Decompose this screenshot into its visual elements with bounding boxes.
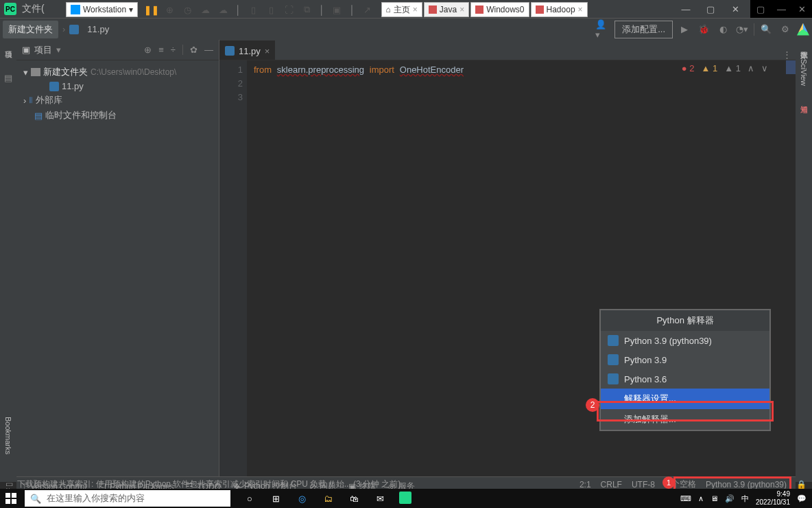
minimap-indicator[interactable] <box>786 60 796 74</box>
popup-item-py39[interactable]: Python 3.9 <box>601 350 769 369</box>
learn-icon[interactable] <box>797 23 809 36</box>
locate-icon[interactable]: ⊕ <box>144 45 152 55</box>
tray-clock[interactable]: 9:49 2022/10/31 <box>756 490 790 507</box>
editor-more-icon[interactable]: ⋮ <box>783 49 791 60</box>
window-maximize-icon[interactable]: ▢ <box>701 0 720 18</box>
code-keyword: from <box>254 65 272 75</box>
tray-speaker-icon[interactable]: 🔊 <box>725 494 735 503</box>
run-icon[interactable]: ▶ <box>677 22 692 37</box>
vm-unity-icon[interactable]: ⧉ <box>301 4 312 15</box>
vm-pause-icon[interactable]: ❚❚ <box>146 4 157 15</box>
tool-bookmarks[interactable]: Bookmarks <box>4 417 12 454</box>
start-button[interactable] <box>0 493 22 504</box>
status-lock-icon[interactable]: 🔒 <box>796 480 807 489</box>
vm-export-icon[interactable]: ↗ <box>362 4 373 15</box>
popup-item-add[interactable]: 添加解释器... <box>601 409 769 430</box>
breadcrumb-file[interactable]: 11.py <box>83 23 113 36</box>
close-tab-icon[interactable]: × <box>265 46 270 56</box>
expand-icon[interactable]: ≡ <box>158 45 164 55</box>
taskbar-search[interactable]: 🔍 在这里输入你搜索的内容 <box>25 490 230 507</box>
project-panel: ▣ 项目 ▾ ⊕ ≡ ÷ ✿ — ▾ 新建文件夹 C:\Users\win0\D… <box>16 40 219 482</box>
vm-cloud-icon[interactable]: ☁ <box>200 4 211 15</box>
scratch-icon: ▤ <box>34 111 43 121</box>
vmware-tab-windows0[interactable]: Windows0 <box>470 2 529 17</box>
editor-tab-0[interactable]: 11.py × <box>219 41 275 60</box>
run-config-dropdown[interactable]: 添加配置... <box>614 21 673 38</box>
gear-icon[interactable]: ✿ <box>190 45 198 55</box>
edge-icon[interactable]: ◎ <box>295 492 309 505</box>
settings-icon[interactable]: ⚙ <box>778 22 793 37</box>
tree-root[interactable]: ▾ 新建文件夹 C:\Users\win0\Desktop\ <box>19 65 216 80</box>
line-number: 3 <box>219 91 243 104</box>
insp-up-icon[interactable]: ∧ <box>748 63 754 73</box>
outer-min-icon[interactable]: — <box>777 4 786 14</box>
python-file-icon <box>69 25 79 34</box>
taskview-icon[interactable]: ○ <box>243 492 256 505</box>
hide-icon[interactable]: — <box>204 45 213 55</box>
code-symbol: OneHotEncoder <box>400 65 464 75</box>
right-toolstrip: 数据库 SciView 通知 <box>796 40 812 482</box>
code-package: sklearn.preprocessing <box>277 65 364 75</box>
search-icon: 🔍 <box>30 494 41 504</box>
status-crlf[interactable]: CRLF <box>601 480 622 489</box>
vm-console-icon[interactable]: ▣ <box>331 4 342 15</box>
profile-icon[interactable]: ◔▾ <box>735 22 750 37</box>
vm-clock-icon[interactable]: ◷ <box>182 4 193 15</box>
menu-file[interactable]: 文件( <box>22 3 45 15</box>
vmware-tab-home[interactable]: ⌂主页× <box>381 2 422 17</box>
folder-small-icon[interactable]: ▤ <box>4 73 12 83</box>
explorer-icon[interactable]: 🗂 <box>321 492 335 505</box>
user-icon[interactable]: 👤▾ <box>595 22 610 37</box>
project-view-dropdown-icon[interactable]: ▾ <box>56 45 61 55</box>
chevron-down-icon: ▾ <box>23 67 28 78</box>
vmware-workstation-dropdown[interactable]: Workstation ▾ <box>66 2 138 17</box>
vm-snapshot-icon[interactable]: ⊕ <box>164 4 175 15</box>
tray-ime[interactable]: 中 <box>741 494 749 504</box>
pycharm-taskbar-icon[interactable] <box>399 492 411 504</box>
debug-icon[interactable]: 🐞 <box>696 22 711 37</box>
status-encoding[interactable]: UTF-8 <box>632 480 655 489</box>
chevron-right-icon: › <box>23 95 26 106</box>
vm-fullscreen-icon[interactable]: ⛶ <box>283 4 294 15</box>
status-pos[interactable]: 2:1 <box>580 480 591 489</box>
project-header-icon: ▣ <box>22 45 30 55</box>
tool-sciview[interactable]: SciView <box>800 59 808 86</box>
tree-scratch[interactable]: ▤ 临时文件和控制台 <box>19 108 216 123</box>
tray-keyboard-icon[interactable]: ⌨ <box>680 494 691 503</box>
windows-taskbar: 🔍 在这里输入你搜索的内容 ○ ⊞ ◎ 🗂 🛍 ✉ ⌨ ∧ 🖥 🔊 中 9:49… <box>0 489 812 508</box>
popup-item-py36[interactable]: Python 3.6 <box>601 369 769 389</box>
inspection-widget[interactable]: ● 2 ▲ 1 ▲ 1 ∧ ∨ <box>682 63 768 73</box>
tray-notification-icon[interactable]: 💬 <box>797 494 807 503</box>
popup-item-settings[interactable]: 解释器设置... <box>601 389 769 409</box>
vmware-tab-java[interactable]: Java× <box>424 2 469 17</box>
status-interpreter[interactable]: Python 3.9 (python39) <box>706 480 787 489</box>
window-minimize-icon[interactable]: — <box>676 0 695 18</box>
python-icon <box>608 354 619 365</box>
breadcrumb-folder[interactable]: 新建文件夹 <box>3 21 58 38</box>
vm-layout1-icon[interactable]: ▯ <box>248 4 259 15</box>
collapse-icon[interactable]: ÷ <box>171 45 176 55</box>
mail-icon[interactable]: ✉ <box>373 492 387 505</box>
popup-title: Python 解释器 <box>601 310 769 331</box>
vm-cloud2-icon[interactable]: ☁ <box>217 4 228 15</box>
tree-file[interactable]: 11.py <box>19 80 216 93</box>
cortana-icon[interactable]: ⊞ <box>269 492 283 505</box>
outer-restore-icon[interactable]: ▢ <box>756 4 765 14</box>
tree-ext-lib[interactable]: › ⫴ 外部库 <box>19 93 216 108</box>
titlebar: PC 文件( Workstation ▾ ❚❚ ⊕ ◷ ☁ ☁ │ ▯ ▯ ⛶ … <box>0 0 812 18</box>
vmware-tab-hadoop[interactable]: Hadoop× <box>531 2 588 17</box>
vm-layout2-icon[interactable]: ▯ <box>265 4 276 15</box>
callout-badge-1: 1 <box>662 476 675 489</box>
store-icon[interactable]: 🛍 <box>347 492 361 505</box>
python-icon <box>608 373 619 384</box>
popup-item-py39full[interactable]: Python 3.9 (python39) <box>601 331 769 350</box>
tray-network-icon[interactable]: 🖥 <box>710 494 718 503</box>
outer-close-icon[interactable]: ✕ <box>798 4 806 14</box>
tray-chevron-icon[interactable]: ∧ <box>698 494 704 503</box>
window-close-icon[interactable]: ✕ <box>726 0 745 18</box>
warning-count: 1 <box>713 63 717 73</box>
insp-down-icon[interactable]: ∨ <box>761 63 768 73</box>
python-file-icon <box>49 82 59 91</box>
search-icon[interactable]: 🔍 <box>759 22 774 37</box>
coverage-icon[interactable]: ◐ <box>715 22 730 37</box>
